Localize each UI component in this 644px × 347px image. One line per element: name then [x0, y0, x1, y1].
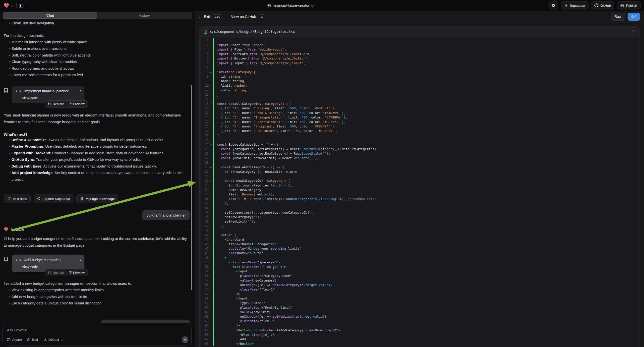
chat-message-list[interactable]: Clean, intuitive navigation For the desi… [0, 20, 195, 323]
list-item: Soft, neutral color palette with light b… [4, 52, 190, 59]
bookmark-icon[interactable] [4, 257, 8, 262]
restore-button[interactable]: Restore [48, 102, 64, 106]
code-line: 25 const [categories, setCategories] = R… [200, 147, 640, 151]
raw-button[interactable]: Raw [611, 13, 625, 21]
code-text: <div className="flex gap-4"> [213, 264, 640, 269]
github-button[interactable]: GitHub [591, 2, 614, 10]
file-header[interactable]: src/components/budget/BudgetCategories.t… [200, 27, 640, 37]
code-line: 30 if (!newCategory || !newLimit) return… [200, 169, 640, 174]
code-text: name: newCategory, [213, 188, 640, 192]
restore-button[interactable]: Restore [48, 271, 64, 274]
preview-button[interactable]: Preview [68, 102, 85, 106]
line-number: 54 [200, 278, 208, 282]
code-text: }; [213, 224, 640, 228]
fold-chevron-icon[interactable] [208, 144, 213, 145]
back-chevron-icon[interactable] [199, 15, 202, 18]
edit-card-row: < > Implement financial planner View cod… [4, 86, 190, 103]
code-text: name: string; [213, 79, 640, 84]
view-on-github-button[interactable]: View on GitHub [231, 15, 256, 19]
file-diff-card: src/components/budget/BudgetCategories.t… [200, 26, 640, 347]
edit-mode-button[interactable]: Edit [27, 338, 38, 342]
bookmark-icon[interactable] [4, 88, 8, 93]
send-button[interactable] [182, 336, 188, 343]
view-code-link[interactable]: View code [22, 265, 81, 269]
settings-button[interactable] [549, 2, 558, 10]
attach-button[interactable]: Attach [7, 338, 22, 342]
tab-history[interactable]: History [97, 12, 192, 19]
line-number: 48 [200, 252, 208, 255]
line-number: 43 [200, 229, 208, 232]
fold-chevron-icon[interactable] [208, 166, 213, 168]
external-link-icon [68, 271, 72, 274]
external-link-icon [7, 197, 11, 200]
view-code-link[interactable]: View code [22, 96, 81, 100]
code-text: setCategories([...categories, newCategor… [213, 210, 640, 214]
explore-supabase-button[interactable]: Explore Supabase [34, 194, 74, 203]
line-number: 15 [200, 102, 208, 106]
line-number: 61 [200, 310, 208, 314]
code-line: 52 <Input [200, 269, 640, 274]
collapse-chevron-icon[interactable] [632, 30, 634, 33]
project-switcher[interactable]: financial-future-creator [258, 0, 323, 11]
line-number: 60 [200, 306, 208, 309]
code-editor[interactable]: 1 2import React from 'react';3import { P… [200, 37, 640, 346]
fold-chevron-icon[interactable] [208, 180, 213, 181]
fold-chevron-icon[interactable] [208, 72, 213, 73]
line-number: 39 [200, 210, 208, 214]
code-line: 20 { id: '5', name: 'Shopping', limit: 2… [200, 124, 640, 129]
line-number: 16 [200, 106, 208, 110]
sidebar-panel-icon [19, 4, 23, 8]
line-number: 57 [200, 292, 208, 296]
code-text: setNewCategory(''); [213, 214, 640, 219]
visit-docs-button[interactable]: Visit docs [4, 194, 30, 203]
supabase-button[interactable]: Supabase [560, 2, 588, 10]
github-label: GitHub [600, 4, 611, 8]
line-number: 63 [200, 319, 208, 323]
toggle-sidebar-button[interactable] [16, 1, 26, 10]
code-text [213, 38, 640, 42]
code-text: placeholder="Monthly limit" [213, 305, 640, 310]
edit-card-implement-financial-planner[interactable]: < > Implement financial planner View cod… [12, 86, 84, 103]
manage-knowledge-button[interactable]: Manage knowledge [76, 194, 118, 203]
list-item: Rounded corners and subtle shadows [4, 65, 190, 72]
restore-icon [48, 102, 51, 106]
code-line: 26 const [newCategory, setNewCategory] =… [200, 151, 640, 156]
line-number: 34 [200, 188, 208, 192]
line-number: 29 [200, 165, 208, 169]
line-number: 58 [200, 297, 208, 300]
code-icon: < > [15, 258, 22, 262]
preview-button[interactable]: Preview [68, 271, 85, 274]
code-text: import React from 'react'; [213, 42, 640, 47]
message-menu-button[interactable]: ··· [184, 227, 189, 232]
edit-card-add-budget-categories[interactable]: < > Add budget categories View code Rest… [12, 255, 84, 272]
model-selector[interactable]: Default [43, 338, 63, 342]
diff-button[interactable]: Diff [628, 13, 640, 21]
line-number: 53 [200, 274, 208, 278]
tab-chat[interactable]: Chat [3, 12, 97, 19]
line-number: 18 [200, 116, 208, 119]
fold-chevron-icon[interactable] [208, 103, 213, 104]
supabase-label: Supabase [570, 4, 585, 8]
line-number: 12 [200, 88, 208, 92]
graduation-cap-icon [80, 197, 84, 200]
chat-scrollbar[interactable] [191, 85, 192, 290]
attach-image-icon [7, 338, 10, 342]
code-line: 49 > [200, 256, 640, 260]
whats-next-item: Master Prompting: Use clear, detailed, a… [4, 143, 190, 150]
lovable-logo-menu[interactable] [4, 2, 13, 8]
line-number: 20 [200, 125, 208, 128]
code-line: 14 [200, 97, 640, 101]
code-text: const [categories, setCategories] = Reac… [213, 147, 640, 151]
code-line: 42 }; [200, 224, 640, 228]
exit-button[interactable]: Exit [204, 15, 210, 19]
code-line: 43 [200, 228, 640, 233]
chat-input-box[interactable]: Ask Lovable... Attach Edit Default [2, 324, 192, 346]
publish-button[interactable]: Publish [617, 2, 640, 10]
code-line: 56 className="flex-1" [200, 287, 640, 292]
line-number: 30 [200, 170, 208, 174]
code-line: 21 { id: '6', name: 'Healthcare', limit:… [200, 129, 640, 133]
code-text: title="Budget Categories" [213, 242, 640, 246]
line-number: 65 [200, 328, 208, 332]
code-line: 9 id: string; [200, 74, 640, 79]
code-text: import { Plus } from 'lucide-react'; [213, 47, 640, 52]
